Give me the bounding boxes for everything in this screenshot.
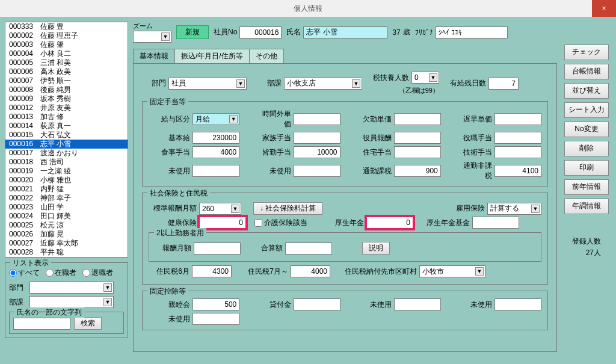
list-item[interactable]: 000004小林 良二: [5, 49, 128, 58]
side-button[interactable]: チェック: [564, 45, 609, 60]
name-search-input[interactable]: [13, 318, 70, 330]
list-item[interactable]: 000008後藤 純男: [5, 85, 128, 94]
filter-retired[interactable]: 退職者: [82, 268, 113, 278]
shinboku-field[interactable]: 500: [192, 298, 239, 310]
pension-field[interactable]: 0: [366, 217, 413, 229]
list-item[interactable]: 000025松元 涼: [5, 221, 128, 230]
res-tax-7-field[interactable]: 4000: [291, 265, 330, 277]
list-item[interactable]: 000012井原 友美: [5, 103, 128, 113]
chevron-down-icon: ▼: [103, 298, 112, 306]
officer-pay-field[interactable]: [394, 132, 441, 144]
loan-field[interactable]: [294, 298, 340, 310]
list-item[interactable]: 000015大石 弘文: [5, 131, 128, 140]
nursing-care-checkbox[interactable]: 介護保険該当: [254, 218, 307, 228]
side-button[interactable]: 年調情報: [564, 199, 609, 214]
list-item[interactable]: 000026加藤 晃: [5, 230, 128, 239]
chevron-down-icon: ▼: [231, 205, 239, 213]
list-item[interactable]: 000028平井 聡: [5, 248, 128, 257]
side-button[interactable]: 並び替え: [564, 83, 609, 99]
list-filter-group: リスト表示 すべて 在職者 退職者 部門▼ 部課▼ 氏名の一部の文字列 検索: [5, 262, 128, 338]
absence-rate-field[interactable]: [394, 113, 441, 125]
list-item[interactable]: 000333佐藤 豊: [5, 22, 128, 31]
side-button[interactable]: 印刷: [564, 160, 609, 176]
filter-active[interactable]: 在職者: [46, 268, 76, 278]
social-insurance-group: 社会保険と住民税 標準報酬月額260▼ ↓ 社会保険料計算 雇用保険計算する▼ …: [142, 193, 548, 285]
list-item[interactable]: 000022神部 幸子: [5, 194, 128, 203]
dependents-select[interactable]: 0▼: [411, 72, 439, 84]
list-item[interactable]: 000013加古 修: [5, 113, 128, 122]
late-rate-field[interactable]: [494, 113, 541, 125]
multi-total-field[interactable]: [285, 242, 332, 254]
std-monthly-select[interactable]: 260▼: [199, 203, 241, 215]
emp-insurance-select[interactable]: 計算する▼: [487, 203, 541, 215]
res-city-select[interactable]: 小牧市▼: [419, 265, 485, 277]
new-button[interactable]: 新規: [176, 25, 209, 39]
dept-select[interactable]: 社員▼: [168, 78, 247, 90]
list-item[interactable]: 000023山田 学: [5, 203, 128, 212]
search-button[interactable]: 検索: [74, 317, 102, 330]
unused-ded-2[interactable]: [494, 298, 541, 310]
close-button[interactable]: ×: [592, 0, 616, 17]
side-button[interactable]: シート入力: [564, 102, 609, 118]
list-item[interactable]: 000014荻原 真一: [5, 122, 128, 131]
health-insurance-field[interactable]: 0: [199, 217, 246, 229]
filter-all[interactable]: すべて: [9, 268, 40, 278]
res-tax-6-field[interactable]: 4300: [192, 265, 232, 277]
chevron-down-icon: ▼: [161, 32, 170, 41]
emp-name-field[interactable]: 志平 小雪: [303, 26, 387, 39]
list-item[interactable]: 000017渡邊 かおり: [5, 149, 128, 158]
list-item[interactable]: 000009坂本 秀樹: [5, 94, 128, 103]
housing-allow-field[interactable]: [394, 146, 441, 158]
list-item[interactable]: 000019一之瀬 綾: [5, 167, 128, 176]
attendance-allow-field[interactable]: 10000: [294, 146, 340, 158]
family-allow-field[interactable]: [294, 132, 340, 144]
chevron-down-icon: ▼: [475, 267, 484, 276]
tab-basic[interactable]: 基本情報: [133, 49, 175, 63]
unused-ded-1[interactable]: [394, 298, 441, 310]
list-item[interactable]: 000021内野 猛: [5, 185, 128, 194]
side-button[interactable]: No変更: [564, 122, 609, 137]
registered-count: 登録人数27人: [572, 236, 601, 259]
filter-dept-select[interactable]: ▼: [29, 282, 114, 294]
filter-sect-select[interactable]: ▼: [29, 296, 114, 308]
list-item[interactable]: 000016志平 小雪: [5, 140, 128, 149]
unused-allow-2[interactable]: [294, 165, 340, 177]
commute-tax-field[interactable]: 900: [394, 165, 441, 177]
list-item[interactable]: 000006高木 政美: [5, 67, 128, 76]
list-item[interactable]: 000007伊勢 順一: [5, 76, 128, 85]
pension-fund-field[interactable]: [472, 217, 519, 229]
tab-other[interactable]: その他: [249, 49, 284, 63]
sect-select[interactable]: 小牧支店▼: [284, 78, 362, 90]
employee-listbox[interactable]: 000333佐藤 豊000002佐藤 理恵子000003佐藤 肇000004小林…: [5, 22, 128, 258]
explain-button[interactable]: 説明: [362, 242, 390, 254]
unused-allow-1[interactable]: [192, 165, 239, 177]
emp-no-field[interactable]: 000016: [239, 26, 282, 39]
ot-rate-field[interactable]: [294, 113, 340, 125]
commute-notax-field[interactable]: 4100: [494, 165, 541, 177]
multi-monthly-field[interactable]: [194, 242, 241, 254]
list-item[interactable]: 000018西 浩司: [5, 158, 128, 167]
tech-allow-field[interactable]: [494, 146, 541, 158]
zoom-select[interactable]: ▼: [133, 31, 171, 43]
paytype-select[interactable]: 月給▼: [192, 113, 239, 125]
meal-allow-field[interactable]: 4000: [192, 146, 239, 158]
list-item[interactable]: 000027近藤 幸太郎: [5, 239, 128, 248]
list-item[interactable]: 000003佐藤 肇: [5, 40, 128, 49]
list-item[interactable]: 000029山本 一郎: [5, 257, 128, 258]
base-pay-field[interactable]: 230000: [192, 132, 239, 144]
position-allow-field[interactable]: [494, 132, 541, 144]
list-item[interactable]: 000002佐藤 理恵子: [5, 31, 128, 40]
list-item[interactable]: 000020小柳 雅也: [5, 176, 128, 185]
paid-leave-field[interactable]: 7: [488, 78, 519, 90]
unused-ded-3[interactable]: [192, 313, 239, 325]
calc-insurance-button[interactable]: ↓ 社会保険料計算: [253, 202, 322, 215]
list-item[interactable]: 000005三浦 和美: [5, 58, 128, 67]
side-button[interactable]: 削除: [564, 141, 609, 156]
list-item[interactable]: 000024田口 輝美: [5, 212, 128, 221]
tab-transfer[interactable]: 振込/年月日/住所等: [174, 49, 250, 63]
kana-field[interactable]: ｼﾍｲ ｺﾕｷ: [436, 26, 508, 39]
side-button[interactable]: 台帳情報: [564, 64, 609, 79]
side-button[interactable]: 前年情報: [564, 179, 609, 195]
window-title: 個人情報: [294, 4, 322, 14]
fixed-allowances-group: 固定手当等 給与区分月給▼ 時間外単価 欠勤単価 遅早単価 基本給230000 …: [142, 101, 548, 187]
